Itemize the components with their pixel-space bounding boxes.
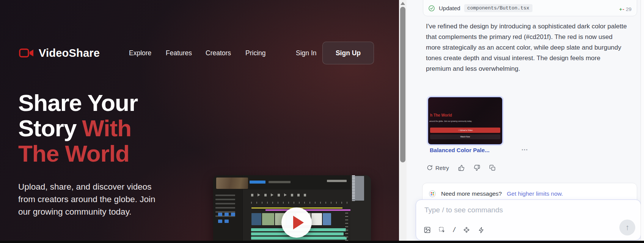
select-cursor-icon (438, 226, 446, 234)
editor-top-text (269, 181, 291, 183)
file-update-left: Updated components/Button.tsx (428, 4, 532, 12)
editor-timeline-ruler (251, 202, 350, 204)
sign-in-link[interactable]: Sign In (296, 42, 316, 64)
hero-line3: The World (18, 140, 129, 167)
editor-clip (323, 213, 331, 225)
get-higher-limits-link[interactable]: Get higher limits now. (507, 190, 563, 197)
message-actions: Retry (427, 163, 496, 172)
hero-line2-red: With (82, 115, 131, 141)
artifact-thumbnail[interactable]: h The World around the globe. Join our g… (428, 97, 503, 145)
brand-name: VideoShare (39, 47, 100, 59)
editor-clip (311, 213, 322, 225)
editor-transport-controls (251, 193, 335, 197)
artifact-preview-secondary-button: Watch Now (430, 134, 500, 139)
editor-timecode-chip (250, 181, 265, 184)
hero-paragraph: Upload, share, and discover videos from … (18, 181, 169, 218)
image-icon (424, 226, 431, 234)
copy-button[interactable] (489, 165, 496, 171)
scrollbar-thumb[interactable] (400, 7, 405, 162)
copy-icon (489, 165, 496, 171)
editor-scale-ticks (345, 210, 349, 243)
diff-minus: - (622, 6, 624, 12)
attach-image-button[interactable] (424, 226, 431, 234)
website-preview-panel: VideoShare Explore Features Creators Pri… (0, 0, 399, 243)
usage-spark-icon (429, 190, 436, 198)
nav-link-features[interactable]: Features (166, 42, 192, 64)
artifact-menu-button[interactable]: ... (521, 145, 528, 152)
refresh-icon (427, 165, 433, 171)
diff-count: 29 (626, 6, 631, 12)
window-bottom-edge (0, 241, 644, 243)
hero-line1: Share Your (18, 90, 138, 116)
site-navbar: VideoShare Explore Features Creators Pri… (0, 42, 399, 64)
chat-scrollbar-track[interactable] (641, 0, 644, 243)
quick-actions-button[interactable] (478, 227, 485, 234)
hero-line2-white: Story (18, 115, 76, 141)
diff-stats: +-29 (619, 6, 631, 12)
check-circle-icon (428, 5, 435, 12)
artifact-title[interactable]: Balanced Color Pale... (430, 147, 490, 153)
artifact-caption-row: Balanced Color Pale... ... (430, 147, 517, 154)
editor-clip (251, 213, 261, 225)
assistant-message: I've refined the design by introducing a… (426, 21, 627, 74)
diff-plus: + (619, 6, 622, 12)
message-input[interactable]: Type / to see commands (424, 206, 629, 216)
blocks-button[interactable] (463, 226, 470, 234)
editor-blue-buttons (217, 212, 240, 225)
editor-selection-bar (265, 209, 352, 211)
nav-link-creators[interactable]: Creators (206, 42, 231, 64)
chat-panel: Updated components/Button.tsx +-29 I've … (407, 0, 644, 243)
updated-file-chip[interactable]: components/Button.tsx (464, 4, 532, 12)
retry-button[interactable]: Retry (427, 165, 449, 171)
composer: Type / to see commands / (416, 199, 641, 240)
editor-clip (262, 213, 274, 225)
select-element-button[interactable] (438, 226, 446, 234)
update-status-label: Updated (439, 5, 460, 11)
video-camera-icon (19, 48, 34, 58)
nav-link-explore[interactable]: Explore (129, 42, 151, 64)
artifact-preview-primary-button: ↑ Upload a Video (430, 128, 500, 133)
scrollbar-up-arrow[interactable] (401, 2, 405, 5)
preview-scrollbar-track[interactable] (399, 0, 407, 243)
play-icon (293, 216, 304, 229)
artifact-preview-heading: h The World (430, 113, 452, 117)
thumbs-down-icon (474, 165, 480, 171)
thumbs-up-button[interactable] (458, 165, 465, 171)
send-button[interactable]: ↑ (619, 220, 635, 235)
diamonds-icon (463, 226, 470, 234)
editor-preview-photo (216, 178, 248, 189)
limits-question: Need more messages? (441, 190, 502, 197)
thumbs-down-button[interactable] (474, 165, 480, 171)
screen: VideoShare Explore Features Creators Pri… (0, 0, 644, 243)
hero-video-thumbnail[interactable] (213, 175, 371, 243)
file-update-card[interactable]: Updated components/Button.tsx +-29 (423, 0, 637, 16)
editor-file-list (350, 175, 371, 243)
artifact-preview-subtext: around the globe. Join our growing commu… (429, 120, 472, 122)
editor-timecode-right (327, 180, 347, 182)
lightning-icon (478, 227, 485, 234)
play-button[interactable] (281, 207, 312, 238)
slash-command-button[interactable]: / (453, 226, 455, 234)
nav-link-pricing[interactable]: Pricing (245, 42, 266, 64)
sign-up-button[interactable]: Sign Up (322, 42, 374, 64)
composer-toolbar: / (424, 226, 485, 234)
send-arrow-icon: ↑ (625, 223, 630, 232)
hero-heading: Share YourStoryWithThe World (18, 90, 200, 166)
retry-label: Retry (435, 165, 449, 171)
brand-logo[interactable]: VideoShare (19, 42, 100, 64)
thumbs-up-icon (458, 165, 465, 171)
